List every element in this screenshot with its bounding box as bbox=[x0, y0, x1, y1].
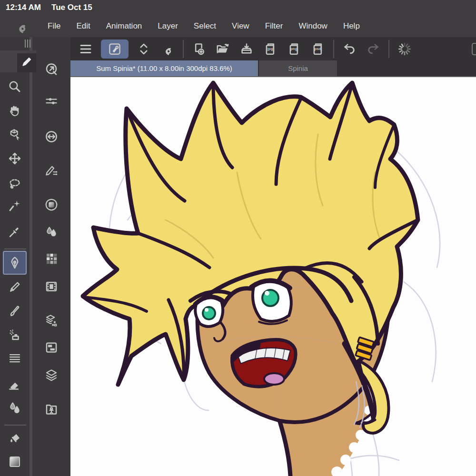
move-tool[interactable] bbox=[6, 150, 23, 167]
sync-button[interactable] bbox=[396, 40, 413, 59]
hamburger-icon bbox=[79, 42, 93, 56]
layer-property-palette[interactable] bbox=[43, 339, 60, 356]
bucket-icon bbox=[8, 432, 22, 446]
menu-edit[interactable]: Edit bbox=[76, 21, 90, 31]
hand-tool[interactable] bbox=[6, 102, 23, 119]
frame-palette[interactable] bbox=[43, 196, 60, 213]
layer-palette[interactable] bbox=[43, 367, 60, 384]
swirl-icon bbox=[160, 42, 175, 56]
tool-switch-button[interactable] bbox=[135, 40, 152, 59]
pen-tool[interactable] bbox=[3, 251, 27, 275]
tool-group-divider bbox=[4, 425, 26, 426]
timeline-palette[interactable] bbox=[43, 278, 60, 295]
export-jpg-button[interactable]: jpg bbox=[262, 40, 279, 59]
quick-access-palette[interactable] bbox=[43, 60, 60, 78]
auto-action-palette[interactable] bbox=[43, 128, 60, 145]
redo-button[interactable] bbox=[365, 40, 382, 59]
folder-icon bbox=[216, 42, 230, 56]
newdoc-icon bbox=[192, 42, 206, 56]
eraser-tool[interactable] bbox=[6, 376, 23, 393]
save-button[interactable] bbox=[238, 40, 255, 59]
syncarrows-icon bbox=[44, 129, 59, 144]
color-mixing-palette[interactable] bbox=[43, 223, 60, 240]
toolbar-divider bbox=[388, 40, 389, 58]
export-psd-button[interactable]: psd bbox=[309, 40, 327, 59]
decoration-tool[interactable] bbox=[6, 349, 23, 367]
main-menu-button[interactable] bbox=[77, 40, 94, 59]
drawing-canvas[interactable] bbox=[70, 77, 476, 476]
tab-label: Spinia bbox=[288, 64, 308, 72]
gradient-tool[interactable] bbox=[6, 453, 23, 470]
clipped-toolbar-icon bbox=[472, 43, 476, 55]
spinner-icon bbox=[397, 42, 412, 56]
pencil-tool[interactable] bbox=[6, 278, 23, 296]
new-canvas-button[interactable] bbox=[190, 40, 208, 59]
svg-text:png: png bbox=[290, 46, 297, 50]
menu-help[interactable]: Help bbox=[343, 21, 360, 31]
open-file-button[interactable] bbox=[214, 40, 231, 59]
tab-label: Sum Spinia* (11.00 x 8.00in 300dpi 83.6%… bbox=[96, 64, 232, 72]
menu-file[interactable]: File bbox=[48, 21, 60, 31]
undo-button[interactable] bbox=[341, 40, 358, 59]
menu-view[interactable]: View bbox=[232, 21, 249, 31]
sub-tool-palette[interactable] bbox=[43, 162, 60, 179]
canvas-tab-2[interactable]: Spinia bbox=[259, 60, 337, 76]
export-png-button[interactable]: png bbox=[286, 40, 303, 59]
tool-property-palette[interactable] bbox=[43, 93, 60, 110]
menu-window[interactable]: Window bbox=[298, 21, 327, 31]
hatch-icon bbox=[8, 351, 22, 365]
current-tool-button[interactable] bbox=[101, 40, 129, 59]
canvas-tab-1[interactable]: Sum Spinia* (11.00 x 8.00in 300dpi 83.6%… bbox=[70, 60, 258, 76]
palette-drag-handle[interactable] bbox=[25, 40, 30, 48]
move-icon bbox=[8, 151, 22, 166]
auto-select-tool[interactable] bbox=[6, 197, 23, 214]
current-subtool-preview[interactable] bbox=[0, 50, 36, 72]
film-icon bbox=[44, 279, 59, 294]
patterngrid-icon bbox=[44, 251, 59, 266]
pose-material-palette[interactable] bbox=[43, 401, 60, 418]
menu-select[interactable]: Select bbox=[194, 21, 216, 31]
filedoc-icon: psd bbox=[311, 42, 325, 56]
menu-items: FileEditAnimationLayerSelectViewFilterWi… bbox=[48, 21, 360, 31]
menu-animation[interactable]: Animation bbox=[106, 21, 142, 31]
material-palette[interactable] bbox=[43, 312, 60, 329]
color-set-palette[interactable] bbox=[43, 250, 60, 267]
object-tool[interactable] bbox=[6, 126, 23, 143]
hand-icon bbox=[8, 104, 22, 118]
posefolder-icon bbox=[44, 402, 59, 416]
clock: 12:14 AM bbox=[6, 3, 41, 12]
materialstack-icon bbox=[44, 313, 59, 327]
eyedropper-tool[interactable] bbox=[6, 223, 23, 240]
pencil-icon bbox=[8, 280, 22, 294]
gradient-icon bbox=[8, 455, 22, 469]
magnifier-icon bbox=[8, 79, 22, 94]
toolbar-divider bbox=[183, 40, 184, 58]
object-icon bbox=[8, 128, 22, 142]
zoom-tool[interactable] bbox=[6, 78, 23, 95]
pencil-icon bbox=[20, 56, 33, 70]
vectorpen-icon bbox=[44, 163, 59, 178]
menu-bar: FileEditAnimationLayerSelectViewFilterWi… bbox=[0, 15, 476, 37]
menu-layer[interactable]: Layer bbox=[158, 21, 178, 31]
airbrush-icon bbox=[8, 327, 22, 342]
brush-tool[interactable] bbox=[6, 302, 23, 319]
airbrush-tool[interactable] bbox=[6, 326, 23, 343]
brush-icon bbox=[8, 304, 22, 318]
sliders-icon bbox=[44, 94, 59, 109]
clip-studio-logo-icon bbox=[13, 18, 30, 34]
wand-icon bbox=[8, 198, 22, 213]
eraser-icon bbox=[8, 377, 22, 392]
canvas-artwork bbox=[70, 77, 476, 476]
fill-tool[interactable] bbox=[6, 430, 23, 447]
clip-studio-button[interactable] bbox=[159, 40, 176, 59]
blend-tool[interactable] bbox=[6, 399, 23, 416]
menu-filter[interactable]: Filter bbox=[265, 21, 283, 31]
quickaccess-icon bbox=[44, 62, 59, 76]
panellayout-icon bbox=[44, 340, 59, 355]
drops-icon bbox=[8, 401, 22, 415]
toolbar-divider bbox=[333, 40, 334, 58]
filedoc-icon: png bbox=[287, 42, 301, 56]
lasso-icon bbox=[8, 177, 22, 191]
tool-sidebar bbox=[0, 37, 70, 476]
lasso-tool[interactable] bbox=[6, 176, 23, 193]
